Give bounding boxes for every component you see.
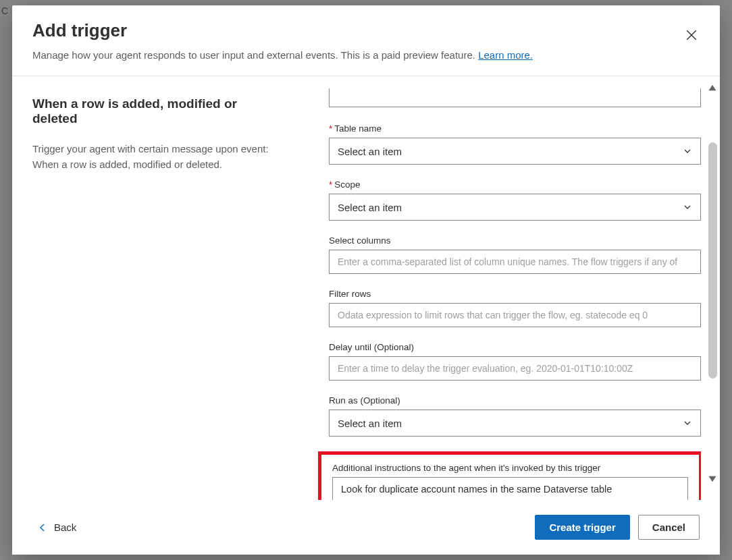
delay-until-group: Delay until (Optional) <box>329 342 701 381</box>
additional-instructions-highlight: Additional instructions to the agent whe… <box>318 451 701 500</box>
additional-instructions-input[interactable] <box>332 477 688 500</box>
right-panel: *Table name Select an item *Scope Select… <box>299 76 720 500</box>
add-trigger-modal: Add trigger Manage how your agent respon… <box>12 5 720 555</box>
table-name-label: *Table name <box>329 123 701 134</box>
modal-title: Add trigger <box>32 20 700 41</box>
delay-until-input[interactable] <box>329 356 701 381</box>
trigger-description: Trigger your agent with certain message … <box>32 141 279 173</box>
scroll-up-arrow[interactable] <box>708 83 717 92</box>
scope-placeholder: Select an item <box>338 202 402 213</box>
run-as-label: Run as (Optional) <box>329 395 701 405</box>
modal-body: When a row is added, modified or deleted… <box>12 76 720 500</box>
form-container: *Table name Select an item *Scope Select… <box>299 88 701 500</box>
modal-header: Add trigger Manage how your agent respon… <box>12 5 720 76</box>
select-columns-label: Select columns <box>329 235 701 246</box>
modal-subtitle: Manage how your agent responds to user i… <box>32 48 700 62</box>
scope-label: *Scope <box>329 179 701 190</box>
chevron-down-icon <box>683 418 692 428</box>
subtitle-text: Manage how your agent responds to user i… <box>32 49 478 61</box>
chevron-left-icon <box>38 523 47 532</box>
table-name-group: *Table name Select an item <box>329 123 701 165</box>
scroll-down-arrow[interactable] <box>708 474 717 484</box>
filter-rows-group: Filter rows <box>329 289 701 327</box>
learn-more-link[interactable]: Learn more. <box>478 49 533 61</box>
table-name-select[interactable]: Select an item <box>329 138 701 165</box>
required-marker: * <box>329 179 332 190</box>
additional-instructions-label: Additional instructions to the agent whe… <box>332 463 688 473</box>
chevron-down-icon <box>683 202 692 212</box>
svg-marker-2 <box>708 85 716 90</box>
trigger-name-title: When a row is added, modified or deleted <box>32 96 279 126</box>
back-label: Back <box>54 522 76 533</box>
delay-until-label: Delay until (Optional) <box>329 342 701 352</box>
left-panel: When a row is added, modified or deleted… <box>12 76 299 500</box>
footer-actions: Create trigger Cancel <box>535 515 700 540</box>
close-button[interactable] <box>683 27 700 43</box>
scope-select[interactable]: Select an item <box>329 194 701 221</box>
back-button[interactable]: Back <box>32 517 82 537</box>
table-name-placeholder: Select an item <box>338 146 402 157</box>
select-columns-group: Select columns <box>329 235 701 274</box>
scope-group: *Scope Select an item <box>329 179 701 221</box>
close-icon <box>685 29 698 41</box>
cancel-button[interactable]: Cancel <box>638 515 700 540</box>
filter-rows-label: Filter rows <box>329 289 701 299</box>
filter-rows-input[interactable] <box>329 303 701 327</box>
required-marker: * <box>329 123 332 134</box>
select-columns-input[interactable] <box>329 250 701 274</box>
svg-marker-3 <box>708 476 716 482</box>
modal-footer: Back Create trigger Cancel <box>12 500 720 555</box>
run-as-group: Run as (Optional) Select an item <box>329 395 701 437</box>
create-trigger-button[interactable]: Create trigger <box>535 515 629 540</box>
chevron-down-icon <box>683 146 692 156</box>
run-as-select[interactable]: Select an item <box>329 410 701 437</box>
scrollbar-track[interactable] <box>707 95 718 472</box>
partial-field-above[interactable] <box>329 88 701 107</box>
scrollbar-thumb[interactable] <box>708 142 717 379</box>
run-as-placeholder: Select an item <box>338 418 402 429</box>
